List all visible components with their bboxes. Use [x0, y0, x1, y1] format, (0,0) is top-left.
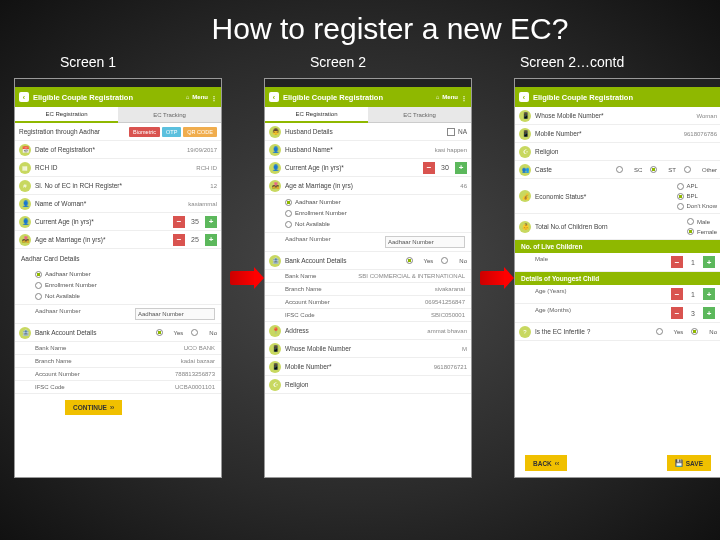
bpl-label: BPL [687, 193, 698, 199]
radio-enroll[interactable] [35, 282, 42, 289]
radio-no[interactable] [441, 257, 448, 264]
continue-button[interactable]: CONTINUE ›› [65, 400, 122, 415]
footer: BACK ‹‹ 💾 SAVE [515, 455, 720, 471]
back-button[interactable]: BACK ‹‹ [525, 455, 567, 471]
radio-enroll[interactable] [285, 210, 292, 217]
dor-value[interactable]: 19/09/2017 [187, 147, 217, 153]
header-title: Eligible Couple Registration [533, 93, 633, 102]
radio-na-label: Not Available [45, 291, 80, 302]
home-icon[interactable]: ⌂ [436, 94, 440, 100]
radio-aadhaar-label: Aadhaar Number [45, 269, 91, 280]
radio-st[interactable] [650, 166, 657, 173]
bank-icon: 🏦 [19, 327, 31, 339]
radio-no[interactable] [191, 329, 198, 336]
radio-other[interactable] [684, 166, 691, 173]
slno-value[interactable]: 12 [210, 183, 217, 189]
minus-button[interactable]: − [671, 307, 683, 319]
caste-icon: 👥 [519, 164, 531, 176]
ifsc-value[interactable]: SBIC050001 [431, 312, 465, 318]
menu-label[interactable]: Menu [192, 94, 208, 100]
radio-no[interactable] [691, 328, 698, 335]
mobile-value[interactable]: 9618076721 [434, 364, 467, 370]
account-value[interactable]: 788813256873 [175, 371, 215, 377]
app-header: ‹ Eligible Couple Registration ⌂ Menu ⋮ [15, 87, 221, 107]
minus-button[interactable]: − [173, 216, 185, 228]
back-icon[interactable]: ‹ [269, 92, 279, 102]
hname-value[interactable]: kasi happen [435, 147, 467, 153]
plus-button[interactable]: + [455, 162, 467, 174]
address-label: Address [285, 327, 427, 334]
radio-male[interactable] [687, 218, 694, 225]
tab-registration[interactable]: EC Registration [265, 107, 368, 123]
whose-value[interactable]: M [462, 346, 467, 352]
radio-female[interactable] [687, 228, 694, 235]
bank-name-label: Bank Name [35, 345, 66, 351]
radio-yes[interactable] [656, 328, 663, 335]
bank-name-value[interactable]: UCO BANK [184, 345, 215, 351]
aadhaar-input[interactable]: Aadhaar Number [135, 308, 215, 320]
total-children-label: Total No.of Children Born [535, 223, 687, 230]
radio-aadhaar[interactable] [35, 271, 42, 278]
account-value[interactable]: 069541256847 [425, 299, 465, 305]
back-icon[interactable]: ‹ [19, 92, 29, 102]
no-label: No [709, 329, 717, 335]
radio-na[interactable] [285, 221, 292, 228]
yes-label: Yes [424, 258, 434, 264]
menu-label[interactable]: Menu [442, 94, 458, 100]
chip-qr[interactable]: QR CODE [183, 127, 217, 137]
infertile-label: Is the EC Infertile ? [535, 328, 656, 335]
radio-aadhaar-label: Aadhaar Number [295, 197, 341, 208]
radio-dk[interactable] [677, 203, 684, 210]
plus-button[interactable]: + [703, 288, 715, 300]
age-w-label: Current Age (in yrs)* [35, 218, 173, 225]
more-icon[interactable]: ⋮ [211, 94, 217, 101]
arrow-icon [480, 271, 506, 285]
mobile-value[interactable]: 9618076786 [684, 131, 717, 137]
branch-value[interactable]: sivakaranai [435, 286, 465, 292]
screen-labels: Screen 1 Screen 2 Screen 2…contd [0, 54, 720, 78]
plus-button[interactable]: + [703, 307, 715, 319]
tab-registration[interactable]: EC Registration [15, 107, 118, 123]
radio-yes[interactable] [406, 257, 413, 264]
bank-name-value[interactable]: SBI COMMERCIAL & INTERNATIONAL [358, 273, 465, 279]
tab-tracking[interactable]: EC Tracking [368, 107, 471, 123]
more-icon[interactable]: ⋮ [461, 94, 467, 101]
chip-biometric[interactable]: Biometric [129, 127, 160, 137]
label-screen1: Screen 1 [30, 54, 250, 70]
phone-icon: 📱 [269, 343, 281, 355]
age-icon: 👤 [19, 216, 31, 228]
tab-tracking[interactable]: EC Tracking [118, 107, 221, 123]
bank-label: Bank Account Details [285, 257, 406, 264]
ifsc-value[interactable]: UCBA0001101 [175, 384, 215, 390]
question-icon: ? [519, 326, 531, 338]
whose-value[interactable]: Woman [696, 113, 717, 119]
aadhar-label: Aadhar Card Details [19, 255, 217, 262]
age-h-label: Current Age (in yrs)* [285, 164, 423, 171]
radio-sc[interactable] [616, 166, 623, 173]
chip-otp[interactable]: OTP [162, 127, 181, 137]
screen2: ‹ Eligible Couple Registration ⌂ Menu ⋮ … [264, 78, 472, 478]
rch-value[interactable]: RCH ID [196, 165, 217, 171]
minus-button[interactable]: − [671, 288, 683, 300]
radio-yes[interactable] [156, 329, 163, 336]
aadhaar-input[interactable]: Aadhaar Number [385, 236, 465, 248]
address-icon: 📍 [269, 325, 281, 337]
home-icon[interactable]: ⌂ [186, 94, 190, 100]
na-checkbox[interactable] [447, 128, 455, 136]
plus-button[interactable]: + [205, 216, 217, 228]
radio-aadhaar[interactable] [285, 199, 292, 206]
name-w-value[interactable]: kasiammal [188, 201, 217, 207]
minus-button[interactable]: − [671, 256, 683, 268]
plus-button[interactable]: + [703, 256, 715, 268]
address-value[interactable]: ammat bhavan [427, 328, 467, 334]
minus-button[interactable]: − [423, 162, 435, 174]
plus-button[interactable]: + [205, 234, 217, 246]
radio-na[interactable] [35, 293, 42, 300]
tabs: EC Registration EC Tracking [15, 107, 221, 123]
save-button[interactable]: 💾 SAVE [667, 455, 711, 471]
radio-bpl[interactable] [677, 193, 684, 200]
radio-apl[interactable] [677, 183, 684, 190]
branch-value[interactable]: kadai bazaar [181, 358, 215, 364]
back-icon[interactable]: ‹ [519, 92, 529, 102]
minus-button[interactable]: − [173, 234, 185, 246]
